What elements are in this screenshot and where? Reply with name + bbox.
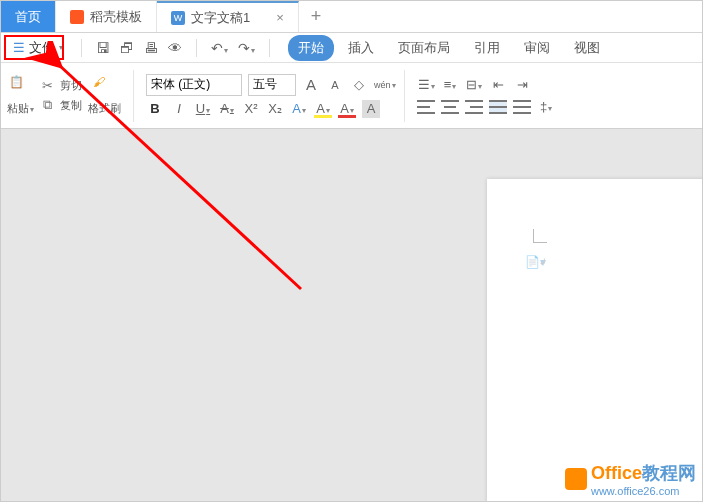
separator [81,39,82,57]
clipboard-icon[interactable]: 📋 [9,75,33,99]
copy-icon[interactable]: ⧉ [40,97,54,113]
office-logo-icon [565,468,587,490]
quick-access-row: ☰ 文件 ▾ 🖫 🗗 🖶 👁 ↶ ↷ 开始 插入 页面布局 引用 审阅 视图 [1,33,702,63]
paste-label[interactable]: 粘贴 [7,101,34,116]
italic-button[interactable]: I [170,100,188,118]
format-painter-label[interactable]: 格式刷 [88,101,121,116]
highlight-button[interactable]: A [314,100,332,118]
separator [404,70,405,122]
align-right-button[interactable] [465,100,483,114]
menu-start[interactable]: 开始 [288,35,334,61]
font-color-button[interactable]: A [338,100,356,118]
undo-redo-group: ↶ ↷ [203,40,263,56]
menu-insert[interactable]: 插入 [338,35,384,61]
separator [196,39,197,57]
redo-button[interactable]: ↷ [238,40,255,56]
menu-review[interactable]: 审阅 [514,35,560,61]
tab-template[interactable]: 稻壳模板 [56,1,157,32]
menu-tabs: 开始 插入 页面布局 引用 审阅 视图 [288,35,610,61]
document-page[interactable]: 📄▾ ↲ [487,179,703,502]
dropdown-icon: ▾ [59,43,63,52]
hamburger-icon: ☰ [13,40,25,55]
subscript-button[interactable]: X₂ [266,100,284,118]
copy-label[interactable]: 复制 [60,98,82,113]
superscript-button[interactable]: X² [242,100,260,118]
grow-font-icon[interactable]: A [302,76,320,94]
undo-button[interactable]: ↶ [211,40,228,56]
paragraph-group: ☰ ≡ ⊟ ⇤ ⇥ ‡ [417,76,555,116]
format-painter-icon[interactable]: 🖌 [93,75,117,99]
tab-template-label: 稻壳模板 [90,8,142,26]
bullets-button[interactable]: ☰ [417,76,435,94]
clipboard-small-group: ✂ 剪切 ⧉ 复制 [40,78,82,113]
print-icon[interactable]: 🖶 [144,40,158,56]
print-preview-icon[interactable]: 🗗 [120,40,134,56]
increase-indent-button[interactable]: ⇥ [513,76,531,94]
watermark-title-cn: 教程网 [642,463,696,483]
plus-icon: + [311,6,322,27]
bold-button[interactable]: B [146,100,164,118]
align-distribute-button[interactable] [513,100,531,114]
numbering-button[interactable]: ≡ [441,76,459,94]
save-icon[interactable]: 🖫 [96,40,110,56]
font-size-select[interactable] [248,74,296,96]
align-center-button[interactable] [441,100,459,114]
font-name-select[interactable] [146,74,242,96]
shrink-font-icon[interactable]: A [326,76,344,94]
cut-label[interactable]: 剪切 [60,78,82,93]
clear-format-icon[interactable]: ◇ [350,76,368,94]
phonetic-icon[interactable]: wén [374,76,392,94]
page-margin-marker [533,229,547,243]
ribbon: 📋 粘贴 ✂ 剪切 ⧉ 复制 🖌 格式刷 A A ◇ wén B I U A [1,63,702,129]
watermark: Office教程网 www.office26.com [565,461,696,497]
decrease-indent-button[interactable]: ⇤ [489,76,507,94]
close-icon[interactable]: × [276,10,284,25]
scissors-icon[interactable]: ✂ [40,78,54,93]
underline-button[interactable]: U [194,100,212,118]
word-doc-icon: W [171,11,185,25]
line-spacing-button[interactable]: ‡ [537,98,555,116]
watermark-title-en: Office [591,463,642,483]
file-label: 文件 [29,39,55,57]
align-left-button[interactable] [417,100,435,114]
tab-home-label: 首页 [15,8,41,26]
format-painter-group: 🖌 格式刷 [88,75,121,116]
menu-layout[interactable]: 页面布局 [388,35,460,61]
multilevel-button[interactable]: ⊟ [465,76,483,94]
menu-view[interactable]: 视图 [564,35,610,61]
wps-icon [70,10,84,24]
new-tab-button[interactable]: + [299,1,334,32]
separator [133,70,134,122]
strike-button[interactable]: A [218,100,236,118]
paste-group: 📋 粘贴 [7,75,34,116]
tab-document-label: 文字文稿1 [191,9,250,27]
tab-home[interactable]: 首页 [1,1,56,32]
separator [269,39,270,57]
cursor-mark: ↲ [539,257,547,267]
menu-reference[interactable]: 引用 [464,35,510,61]
preview-icon[interactable]: 👁 [168,40,182,56]
tab-document[interactable]: W 文字文稿1 × [157,1,299,32]
watermark-url: www.office26.com [591,485,696,497]
quick-access-toolbar: 🖫 🗗 🖶 👁 [88,40,190,56]
char-shading-button[interactable]: A [362,100,380,118]
document-workspace: 📄▾ ↲ [1,129,702,501]
file-menu-button[interactable]: ☰ 文件 ▾ [5,36,71,60]
font-group: A A ◇ wén B I U A X² X₂ A A A A [146,74,392,118]
text-effects-button[interactable]: A [290,100,308,118]
tab-bar: 首页 稻壳模板 W 文字文稿1 × + [1,1,702,33]
align-justify-button[interactable] [489,100,507,114]
